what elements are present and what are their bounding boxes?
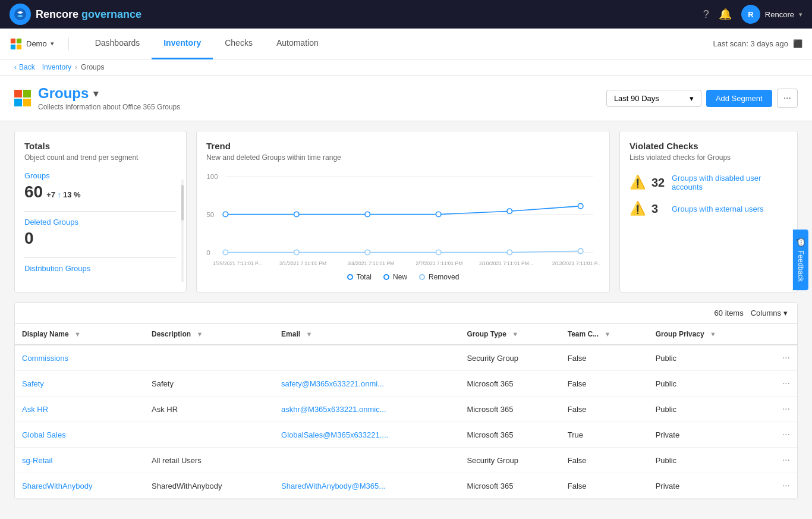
user-name: Rencore [765,10,794,19]
legend-removed-label: Removed [429,273,459,281]
td-email [274,448,459,473]
filter-icon-team[interactable]: ▼ [605,331,611,338]
tab-automation[interactable]: Automation [265,29,331,59]
deleted-stat: Deleted Groups 0 [24,218,177,248]
row-action-menu[interactable]: ··· [763,448,797,473]
title-chevron[interactable]: ▾ [93,88,98,99]
dropdown-chevron: ▾ [690,94,694,103]
add-segment-button[interactable]: Add Segment [706,90,772,107]
filter-icon-name[interactable]: ▼ [74,331,81,338]
ms-logo [14,90,31,106]
svg-text:50: 50 [206,210,215,218]
row-action-menu[interactable]: ··· [763,397,797,422]
td-group-privacy: Private [649,422,763,448]
td-group-privacy: Private [649,473,763,499]
user-chevron: ▾ [799,11,802,18]
groups-table: Display Name ▼ Description ▼ Email ▼ Gro… [15,324,797,499]
filter-icon-email[interactable]: ▼ [306,331,312,338]
user-menu[interactable]: R Rencore ▾ [741,5,802,24]
filter-icon-desc[interactable]: ▼ [196,331,203,338]
td-team-c: True [561,422,649,448]
scan-icon: ⬛ [793,39,802,48]
td-display-name: Global Sales [15,422,144,448]
ms-logo-red [14,90,22,97]
stat-divider [24,211,177,212]
table-row: Ask HR Ask HR askhr@M365x633221.onmic...… [15,397,797,422]
td-description: SharedWithAnybody [144,473,274,499]
breadcrumb-separator: › [75,63,77,71]
deleted-label[interactable]: Deleted Groups [24,218,177,227]
td-description [144,345,274,371]
breadcrumb-inventory[interactable]: Inventory [42,63,71,71]
more-options-button[interactable]: ··· [777,89,798,108]
svg-text:2/10/2021 7:11:01 PM...: 2/10/2021 7:11:01 PM... [479,260,533,266]
page-header: Groups ▾ Collects information about Offi… [0,76,812,121]
violated-link-2[interactable]: Groups with external users [672,205,764,213]
tab-dashboards[interactable]: Dashboards [83,29,152,59]
td-display-name: Safety [15,371,144,397]
header-left: Groups ▾ Collects information about Offi… [14,85,180,111]
svg-point-21 [507,250,512,255]
logo-icon [10,4,31,25]
totals-subtitle: Object count and trend per segment [24,153,177,162]
legend-total: Total [347,273,372,281]
td-email: askhr@M365x633221.onmic... [274,397,459,422]
back-link[interactable]: ‹ Back [14,63,35,71]
row-action-menu[interactable]: ··· [763,422,797,448]
dashboard-row: Totals Object count and trend per segmen… [14,131,798,292]
trend-title: Trend [206,141,600,151]
logo[interactable]: Rencore governance [10,4,141,25]
filter-icon-privacy[interactable]: ▼ [710,331,716,338]
svg-rect-1 [11,38,15,43]
app-chevron: ▾ [51,40,54,48]
notification-icon[interactable]: 🔔 [719,8,732,21]
groups-stat: Groups 60 +7 ↑ 13 % [24,171,177,202]
svg-point-11 [223,212,228,217]
nav-left: Demo ▾ Dashboards Inventory Checks Autom… [10,29,331,59]
col-actions [763,324,797,345]
scroll-track[interactable] [181,179,184,282]
app-switcher[interactable]: Demo ▾ [10,37,69,51]
legend-dot-new [383,274,389,280]
feedback-tab[interactable]: 💬 Feedback [793,229,808,290]
svg-point-12 [294,212,300,217]
tab-checks[interactable]: Checks [213,29,265,59]
filter-icon-type[interactable]: ▼ [512,331,518,338]
violated-link-1[interactable]: Groups with disabled user accounts [672,174,788,191]
trend-chart: 100 50 0 [206,171,600,281]
columns-button[interactable]: Columns ▾ [751,309,788,317]
svg-text:0: 0 [206,249,210,256]
page-subtitle: Collects information about Office 365 Gr… [38,103,180,111]
table-row: Safety Safety safety@M365x633221.onmi...… [15,371,797,397]
time-range-dropdown[interactable]: Last 90 Days ▾ [606,90,701,107]
td-group-type: Security Group [459,345,560,371]
distribution-label[interactable]: Distribution Groups [24,264,177,273]
feedback-label: Feedback [797,250,805,282]
table-header-row: Display Name ▼ Description ▼ Email ▼ Gro… [15,324,797,345]
td-group-privacy: Public [649,448,763,473]
groups-label[interactable]: Groups [24,171,177,180]
legend-total-label: Total [357,273,372,281]
breadcrumb-groups: Groups [81,63,104,71]
row-action-menu[interactable]: ··· [763,371,797,397]
row-action-menu[interactable]: ··· [763,473,797,499]
td-group-privacy: Public [649,397,763,422]
totals-card: Totals Object count and trend per segmen… [14,131,187,292]
header-right: Last 90 Days ▾ Add Segment ··· [606,89,798,108]
td-description: Safety [144,371,274,397]
svg-point-18 [294,250,300,255]
svg-text:1/29/2021 7:11:01 P...: 1/29/2021 7:11:01 P... [213,260,262,266]
td-email: safety@M365x633221.onmi... [274,371,459,397]
help-icon[interactable]: ? [703,8,709,21]
table-section: 60 items Columns ▾ Display Name ▼ Descri… [14,302,798,499]
ms-logo-green [23,90,31,97]
row-action-menu[interactable]: ··· [763,345,797,371]
legend-new: New [383,273,407,281]
svg-point-15 [507,209,512,214]
svg-point-16 [578,203,583,209]
trend-card: Trend New and deleted Groups within time… [196,131,610,292]
legend-dot-removed [419,274,425,280]
col-group-type: Group Type ▼ [459,324,560,345]
td-email: GlobalSales@M365x633221.... [274,422,459,448]
tab-inventory[interactable]: Inventory [152,29,213,59]
